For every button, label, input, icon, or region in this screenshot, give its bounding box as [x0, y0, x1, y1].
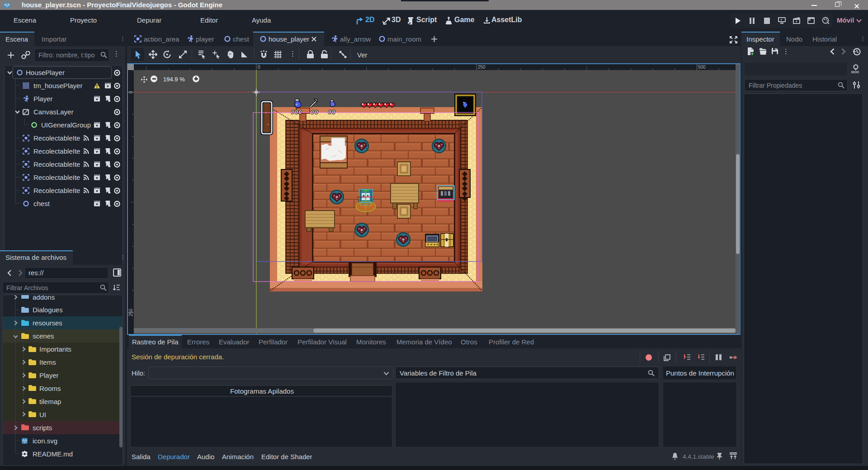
svg-text:000: 000	[291, 109, 302, 115]
svg-text:DOC: DOC	[851, 70, 859, 74]
svg-text:250: 250	[478, 65, 486, 70]
svg-text:500: 500	[698, 65, 706, 70]
svg-text:0: 0	[128, 91, 133, 94]
svg-text:00: 00	[328, 109, 336, 115]
svg-text:00: 00	[311, 109, 319, 115]
svg-text:250: 250	[128, 309, 133, 316]
svg-text:0: 0	[258, 65, 260, 70]
